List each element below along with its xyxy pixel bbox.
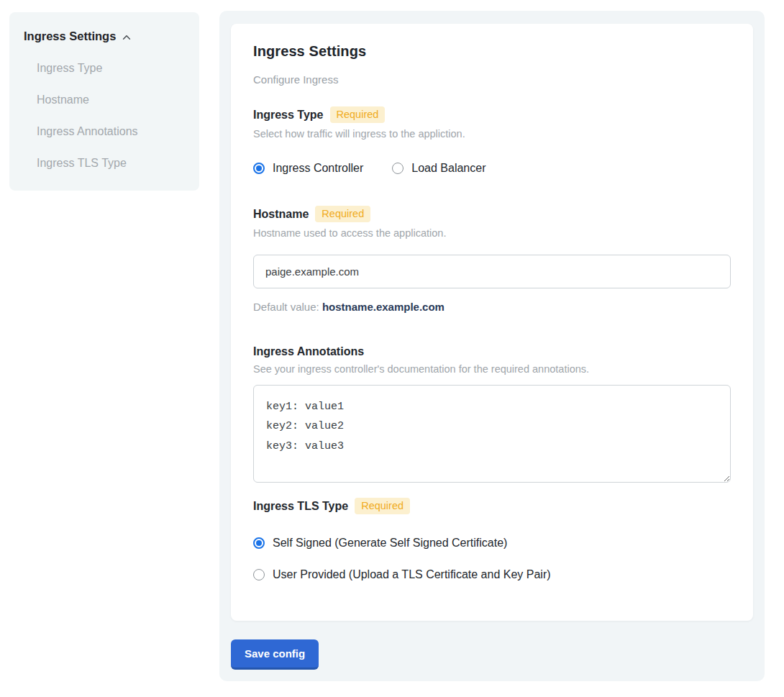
sidebar-item-ingress-type[interactable]: Ingress Type	[24, 62, 185, 75]
ingress-annotations-textarea[interactable]: key1: value1 key2: value2 key3: value3	[253, 385, 731, 483]
sidebar-section-title: Ingress Settings	[24, 29, 116, 43]
radio-user-provided[interactable]: User Provided (Upload a TLS Certificate …	[253, 568, 731, 581]
default-value-label: Default value:	[253, 301, 322, 313]
settings-panel: Ingress Settings Configure Ingress Ingre…	[219, 11, 765, 681]
hostname-section: Hostname Required Hostname used to acces…	[253, 206, 731, 313]
page-title: Ingress Settings	[253, 43, 731, 60]
sidebar-item-hostname[interactable]: Hostname	[24, 94, 185, 106]
required-badge: Required	[315, 206, 370, 222]
radio-load-balancer[interactable]: Load Balancer	[392, 162, 486, 175]
ingress-settings-card: Ingress Settings Configure Ingress Ingre…	[231, 24, 753, 621]
required-badge: Required	[355, 498, 410, 514]
radio-icon[interactable]	[253, 569, 265, 580]
chevron-up-icon	[122, 32, 132, 42]
radio-ingress-controller[interactable]: Ingress Controller	[253, 162, 363, 175]
radio-label: User Provided (Upload a TLS Certificate …	[273, 568, 551, 581]
ingress-annotations-label: Ingress Annotations	[253, 345, 364, 358]
hostname-label: Hostname	[253, 208, 309, 221]
ingress-tls-type-label: Ingress TLS Type	[253, 500, 348, 513]
ingress-annotations-section: Ingress Annotations See your ingress con…	[253, 345, 731, 483]
ingress-type-help: Select how traffic will ingress to the a…	[253, 128, 731, 140]
sidebar-item-ingress-tls-type[interactable]: Ingress TLS Type	[24, 157, 185, 170]
default-value-text: hostname.example.com	[322, 301, 445, 313]
sidebar-item-ingress-annotations[interactable]: Ingress Annotations	[24, 125, 185, 138]
radio-icon[interactable]	[253, 163, 265, 174]
hostname-default-line: Default value: hostname.example.com	[253, 301, 731, 313]
radio-icon[interactable]	[253, 537, 265, 549]
radio-label: Self Signed (Generate Self Signed Certif…	[273, 537, 507, 550]
tls-type-radio-group: Self Signed (Generate Self Signed Certif…	[253, 537, 731, 581]
radio-icon[interactable]	[392, 163, 404, 174]
required-badge: Required	[330, 106, 386, 123]
radio-label: Ingress Controller	[273, 162, 363, 175]
sidebar-section-header[interactable]: Ingress Settings	[24, 29, 185, 43]
ingress-type-section: Ingress Type Required Select how traffic…	[253, 106, 731, 175]
hostname-help: Hostname used to access the application.	[253, 227, 731, 239]
settings-sidebar: Ingress Settings Ingress Type Hostname I…	[9, 12, 199, 191]
ingress-annotations-help: See your ingress controller's documentat…	[253, 363, 731, 375]
radio-label: Load Balancer	[411, 162, 486, 175]
hostname-input[interactable]	[253, 255, 731, 288]
ingress-type-label: Ingress Type	[253, 109, 324, 122]
ingress-tls-type-section: Ingress TLS Type Required Self Signed (G…	[253, 498, 731, 581]
page-subtitle: Configure Ingress	[253, 73, 731, 86]
radio-self-signed[interactable]: Self Signed (Generate Self Signed Certif…	[253, 537, 731, 550]
save-config-button[interactable]: Save config	[231, 639, 319, 670]
ingress-type-radio-group: Ingress Controller Load Balancer	[253, 162, 731, 175]
sidebar-item-list: Ingress Type Hostname Ingress Annotation…	[24, 62, 185, 170]
